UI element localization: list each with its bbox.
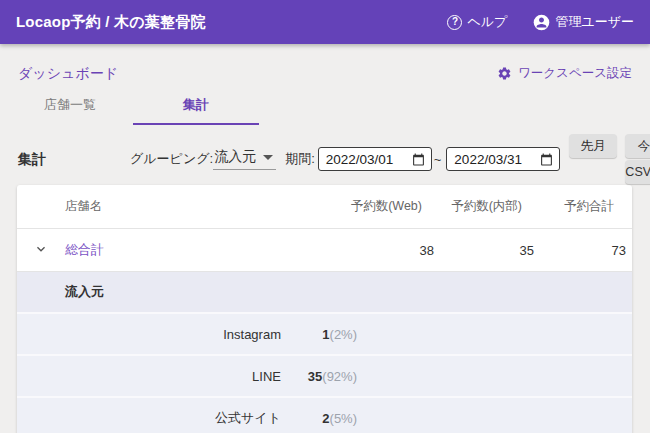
page-head: ダッシュボード ワークスペース設定 (0, 44, 650, 82)
tab-aggregation[interactable]: 集計 (133, 89, 259, 125)
range-separator: ~ (434, 152, 442, 167)
grand-total-web: 38 (322, 243, 434, 258)
period-label: 期間: (285, 150, 315, 168)
expand-row-button[interactable] (17, 241, 65, 260)
date-to-input[interactable]: 2022/03/31 (446, 147, 560, 171)
grand-total-internal: 35 (434, 243, 534, 258)
source-label: Instagram (17, 327, 281, 342)
column-store-name: 店舗名 (65, 198, 322, 215)
page-title: ダッシュボード (18, 65, 118, 83)
aggregation-table-card: 店舗名 予約数(Web) 予約数(内部) 予約合計 総合計 38 35 73 流… (17, 185, 632, 433)
source-count: 35 (308, 369, 322, 384)
gear-icon (497, 66, 512, 81)
date-from-input[interactable]: 2022/03/01 (318, 147, 432, 171)
source-percent: (5%) (330, 411, 357, 426)
workspace-settings-label: ワークスペース設定 (518, 65, 632, 82)
period-buttons: 先月 今月 CSV出力 (569, 134, 650, 184)
chevron-down-icon (33, 241, 49, 260)
tab-store-list[interactable]: 店舗一覧 (7, 89, 133, 125)
calendar-icon (540, 153, 553, 166)
grouping-label: グルーピング: (130, 150, 213, 168)
help-icon: ? (447, 15, 462, 30)
source-label: 公式サイト (17, 409, 281, 427)
grand-total-total: 73 (534, 243, 626, 258)
help-button[interactable]: ? ヘルプ (447, 13, 507, 31)
table-row-source-official-site: 公式サイト 2(5%) (17, 396, 632, 433)
app-window: Locaop予約 / 木の葉整骨院 ? ヘルプ 管理ユーザー ダッシュボード (0, 0, 650, 433)
user-icon (533, 14, 550, 31)
app-header: Locaop予約 / 木の葉整骨院 ? ヘルプ 管理ユーザー (0, 0, 650, 44)
date-to-value: 2022/03/31 (454, 152, 522, 167)
this-month-button[interactable]: 今月 (625, 134, 650, 158)
column-total-reservations: 予約合計 (534, 198, 626, 215)
source-value: 2(5%) (281, 411, 357, 426)
column-web-reservations: 予約数(Web) (322, 198, 434, 215)
calendar-icon (412, 153, 425, 166)
last-month-button[interactable]: 先月 (569, 134, 617, 158)
filter-controls: グルーピング: 流入元 期間: 2022/03/01 ~ 2022/03/31 (130, 134, 650, 184)
group-header-label: 流入元 (65, 283, 104, 301)
header-actions: ? ヘルプ 管理ユーザー (447, 13, 634, 31)
source-label: LINE (17, 369, 281, 384)
help-label: ヘルプ (467, 13, 507, 31)
grouping-select[interactable]: 流入元 (213, 148, 276, 170)
user-label: 管理ユーザー (555, 13, 634, 31)
filter-toolbar: 集計 グルーピング: 流入元 期間: 2022/03/01 ~ 2022/03/… (0, 125, 650, 185)
grand-total-link[interactable]: 総合計 (65, 241, 322, 259)
source-percent: (92%) (322, 369, 357, 384)
csv-export-button[interactable]: CSV出力 (625, 160, 650, 184)
group-header-row: 流入元 (17, 272, 632, 312)
table-header-row: 店舗名 予約数(Web) 予約数(内部) 予約合計 (17, 185, 632, 229)
section-title: 集計 (18, 151, 46, 169)
source-value: 1(2%) (281, 327, 357, 342)
caret-down-icon (263, 155, 273, 160)
tab-bar: 店舗一覧 集計 (0, 89, 650, 125)
table-row-source-instagram: Instagram 1(2%) (17, 312, 632, 354)
source-count: 2 (322, 411, 329, 426)
column-internal-reservations: 予約数(内部) (434, 198, 534, 215)
source-value: 35(92%) (281, 369, 357, 384)
table-row-grand-total: 総合計 38 35 73 (17, 229, 632, 272)
workspace-settings-button[interactable]: ワークスペース設定 (497, 65, 632, 82)
table-row-source-line: LINE 35(92%) (17, 354, 632, 396)
source-count: 1 (322, 327, 329, 342)
user-menu-button[interactable]: 管理ユーザー (533, 13, 634, 31)
source-percent: (2%) (330, 327, 357, 342)
grouping-value: 流入元 (214, 148, 256, 166)
date-from-value: 2022/03/01 (326, 152, 394, 167)
app-title: Locaop予約 / 木の葉整骨院 (16, 13, 206, 32)
